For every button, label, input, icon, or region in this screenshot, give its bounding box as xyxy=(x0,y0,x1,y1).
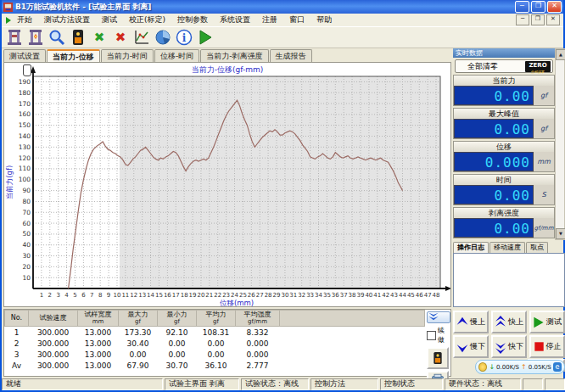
tab-report[interactable]: 生成报告 xyxy=(270,49,312,62)
stop-button[interactable]: 停止 xyxy=(529,335,565,358)
tab-force-time[interactable]: 当前力-时间 xyxy=(101,49,154,62)
svg-text:130: 130 xyxy=(19,143,31,151)
scroll-up-icon[interactable]: ▲ xyxy=(556,49,565,60)
info-icon[interactable]: i xyxy=(175,28,193,47)
fast-down-button[interactable]: 快下 xyxy=(491,335,527,358)
restore-button[interactable]: ❐ xyxy=(531,1,545,13)
zoom-icon[interactable] xyxy=(48,28,66,47)
slow-down-button[interactable]: 慢下 xyxy=(453,335,489,358)
svg-text:12: 12 xyxy=(130,292,137,299)
menu-test[interactable]: 测试 xyxy=(96,14,123,25)
svg-text:15: 15 xyxy=(155,292,163,299)
status-test-state: 试验状态：离线 xyxy=(241,378,309,390)
menu-start[interactable]: 开始 xyxy=(11,14,38,25)
memory-card-icon xyxy=(432,350,444,366)
save-card-button[interactable] xyxy=(427,347,449,369)
realtime-scrollbar[interactable]: ▲ ▼ xyxy=(555,48,565,240)
svg-text:40: 40 xyxy=(365,292,372,299)
minimize-button[interactable]: ─ xyxy=(515,1,529,13)
delete-red-icon[interactable]: ✖ xyxy=(111,28,130,47)
svg-text:位移(mm): 位移(mm) xyxy=(220,299,254,306)
fast-up-button[interactable]: 快上 xyxy=(491,311,527,333)
continue-label: 续做 xyxy=(438,326,450,344)
svg-text:42: 42 xyxy=(382,292,389,299)
svg-text:60: 60 xyxy=(22,220,31,227)
slow-up-button[interactable]: 慢上 xyxy=(453,311,489,333)
field-unit: gf/mm xyxy=(534,218,554,238)
svg-text:4: 4 xyxy=(64,292,69,299)
machine-icon[interactable] xyxy=(5,28,24,47)
play-icon xyxy=(533,316,545,328)
menu-calibration[interactable]: 校正(标定) xyxy=(123,14,171,25)
delete-green-icon[interactable]: ✖ xyxy=(90,28,109,47)
start-icon[interactable] xyxy=(196,28,215,47)
status-resize-grip[interactable] xyxy=(545,378,565,390)
mdi-minimize-button[interactable]: ─ xyxy=(516,14,529,25)
menu-help[interactable]: 帮助 xyxy=(310,14,338,25)
svg-text:160: 160 xyxy=(19,110,31,118)
zero-all-button[interactable]: 全部清零 ZERO 全部清零 xyxy=(455,59,553,73)
table-row-average[interactable]: Av300.00013.00067.9030.7036.102.777 xyxy=(5,360,425,371)
measure-max-peak: 最大峰值 0.00 gf xyxy=(453,108,555,139)
svg-text:i: i xyxy=(182,32,187,44)
collapse-button[interactable] xyxy=(427,311,450,323)
svg-text:46: 46 xyxy=(416,292,423,299)
status-spacer xyxy=(523,378,543,390)
close-button[interactable]: ✕ xyxy=(547,1,562,13)
table-row[interactable]: 1300.00013.000173.3092.10108.318.332 xyxy=(5,327,425,339)
status-bar: 就绪 试验主界面 剥离 试验状态：离线 控制方法 控制状态 硬件状态：离线 xyxy=(2,378,565,390)
field-value: 0.00 xyxy=(454,185,534,204)
svg-text:7: 7 xyxy=(90,292,93,299)
double-chevron-down-icon xyxy=(428,312,439,321)
tab-test-settings[interactable]: 测试设置 xyxy=(3,49,46,62)
net-speed-overlay[interactable]: ↓ 0.00K/S ↑ 0.05K/S e xyxy=(475,360,565,374)
svg-text:45: 45 xyxy=(407,292,415,299)
pie-chart-icon[interactable] xyxy=(154,28,172,47)
tab-force-displacement[interactable]: 当前力-位移 xyxy=(47,49,100,62)
field-label: 剥离强度 xyxy=(454,208,554,218)
svg-text:17: 17 xyxy=(172,292,180,299)
menu-window[interactable]: 窗口 xyxy=(283,14,310,25)
mdi-restore-button[interactable]: ❐ xyxy=(531,14,545,25)
download-speed: 0.00K/S xyxy=(496,364,519,371)
svg-text:28: 28 xyxy=(265,292,272,299)
chart-tabs: 测试设置 当前力-位移 当前力-时间 位移-时间 当前力-剥离强度 生成报告 xyxy=(3,49,451,62)
continue-checkbox[interactable] xyxy=(427,331,436,340)
menu-control-params[interactable]: 控制参数 xyxy=(171,14,214,25)
field-value: 0.00 xyxy=(454,86,534,105)
svg-text:1: 1 xyxy=(40,292,43,299)
svg-text:100: 100 xyxy=(19,176,31,183)
svg-text:11: 11 xyxy=(121,292,129,299)
svg-text:14: 14 xyxy=(147,292,154,299)
svg-text:6: 6 xyxy=(81,292,86,299)
operation-log-list[interactable] xyxy=(453,253,565,307)
table-row[interactable]: 2300.00013.00030.400.000.000.000 xyxy=(5,338,425,349)
svg-text:50: 50 xyxy=(22,230,31,238)
tab-pick-point[interactable]: 取点 xyxy=(526,242,548,253)
menu-bar: 开始 测试方法设置 测试 校正(标定) 控制参数 系统设置 注册 窗口 帮助 ─… xyxy=(2,14,563,27)
field-unit: mm xyxy=(534,152,554,171)
menu-test-method[interactable]: 测试方法设置 xyxy=(38,14,96,25)
scroll-down-icon[interactable]: ▼ xyxy=(556,228,565,239)
svg-text:36: 36 xyxy=(332,292,339,299)
double-chevron-down-icon xyxy=(495,340,506,354)
tab-force-peelstrength[interactable]: 当前力-剥离强度 xyxy=(200,49,268,62)
memory-card-icon[interactable] xyxy=(69,28,87,47)
field-unit: S xyxy=(534,185,554,204)
tab-displacement-time[interactable]: 位移-时间 xyxy=(154,49,199,62)
table-row[interactable]: 3300.00013.0000.000.000.000.000 xyxy=(5,349,425,360)
browser-icon[interactable]: e xyxy=(553,362,562,372)
menu-register[interactable]: 注册 xyxy=(256,14,283,25)
svg-text:40: 40 xyxy=(22,241,31,249)
results-header-row: No. 试验速度 试样宽度mm 最大力gf 最小力gf 平均力gf 平均强度gf… xyxy=(5,311,425,327)
tab-operation-log[interactable]: 操作日志 xyxy=(453,242,489,253)
download-arrow-icon: ↓ xyxy=(489,363,495,371)
mdi-close-button[interactable]: ✕ xyxy=(546,14,560,25)
test-button[interactable]: 测试 xyxy=(529,311,565,333)
svg-text:38: 38 xyxy=(349,292,356,299)
menu-system-settings[interactable]: 系统设置 xyxy=(214,14,256,25)
double-chevron-up-icon xyxy=(495,316,506,329)
machine-alert-icon[interactable] xyxy=(26,28,45,47)
tab-move-speed[interactable]: 移动速度 xyxy=(489,242,525,253)
curve-icon[interactable] xyxy=(132,28,151,47)
